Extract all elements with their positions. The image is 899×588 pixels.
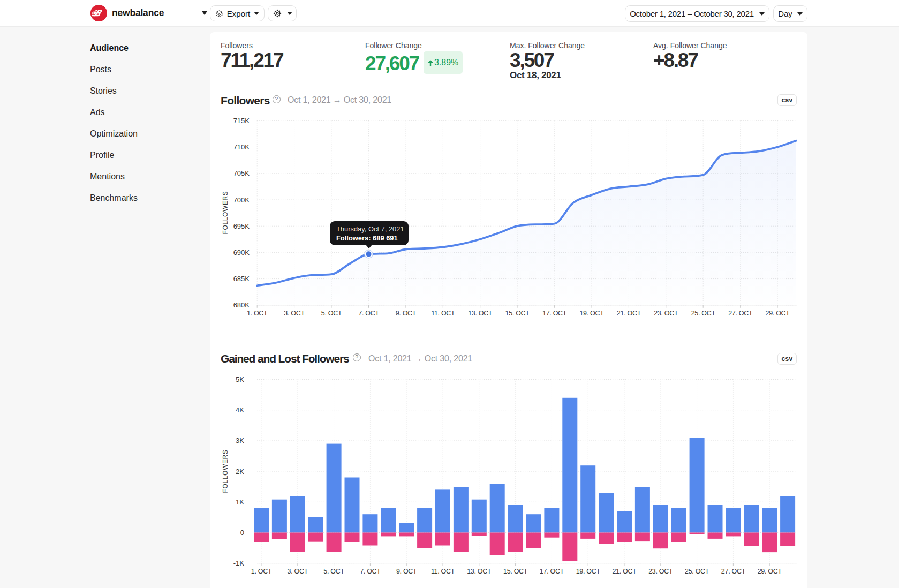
svg-text:4K: 4K — [236, 406, 244, 414]
svg-text:695K: 695K — [233, 222, 250, 230]
svg-text:9. OCT: 9. OCT — [396, 310, 417, 317]
svg-text:25. OCT: 25. OCT — [685, 568, 709, 575]
svg-text:9. OCT: 9. OCT — [396, 568, 417, 575]
svg-text:3K: 3K — [236, 436, 244, 444]
svg-text:21. OCT: 21. OCT — [617, 310, 641, 317]
svg-text:3. OCT: 3. OCT — [284, 310, 305, 317]
svg-text:2K: 2K — [236, 468, 244, 476]
svg-text:21. OCT: 21. OCT — [612, 568, 637, 575]
svg-text:710K: 710K — [233, 143, 250, 151]
svg-text:19. OCT: 19. OCT — [579, 310, 604, 317]
svg-text:11. OCT: 11. OCT — [431, 568, 455, 575]
svg-text:5K: 5K — [236, 375, 244, 383]
svg-text:13. OCT: 13. OCT — [467, 568, 492, 575]
svg-text:700K: 700K — [233, 196, 250, 204]
svg-text:1. OCT: 1. OCT — [251, 568, 272, 575]
svg-text:7. OCT: 7. OCT — [360, 568, 381, 575]
svg-text:3. OCT: 3. OCT — [288, 568, 308, 575]
svg-text:7. OCT: 7. OCT — [358, 310, 379, 317]
svg-text:23. OCT: 23. OCT — [648, 568, 673, 575]
svg-text:FOLLOWERS: FOLLOWERS — [222, 450, 229, 493]
svg-text:11. OCT: 11. OCT — [431, 310, 455, 317]
svg-text:705K: 705K — [233, 169, 250, 177]
svg-text:29. OCT: 29. OCT — [758, 568, 782, 575]
svg-text:1K: 1K — [236, 498, 244, 506]
svg-text:1. OCT: 1. OCT — [247, 310, 268, 317]
svg-text:690K: 690K — [233, 248, 250, 257]
svg-text:17. OCT: 17. OCT — [542, 310, 567, 317]
svg-text:15. OCT: 15. OCT — [503, 568, 528, 575]
svg-text:23. OCT: 23. OCT — [654, 310, 678, 317]
svg-text:27. OCT: 27. OCT — [721, 568, 746, 575]
svg-text:FOLLOWERS: FOLLOWERS — [222, 191, 229, 235]
svg-text:13. OCT: 13. OCT — [468, 310, 493, 317]
svg-text:680K: 680K — [233, 301, 250, 309]
svg-text:0: 0 — [240, 529, 244, 537]
svg-text:5. OCT: 5. OCT — [323, 568, 344, 575]
svg-text:27. OCT: 27. OCT — [728, 310, 753, 317]
svg-text:5. OCT: 5. OCT — [321, 310, 342, 317]
svg-text:685K: 685K — [233, 275, 250, 283]
svg-text:25. OCT: 25. OCT — [691, 310, 716, 317]
svg-text:29. OCT: 29. OCT — [766, 310, 790, 317]
svg-text:715K: 715K — [233, 117, 250, 125]
svg-text:17. OCT: 17. OCT — [540, 568, 564, 575]
svg-text:-1K: -1K — [233, 559, 245, 567]
svg-text:19. OCT: 19. OCT — [576, 568, 601, 575]
svg-text:15. OCT: 15. OCT — [505, 310, 530, 317]
